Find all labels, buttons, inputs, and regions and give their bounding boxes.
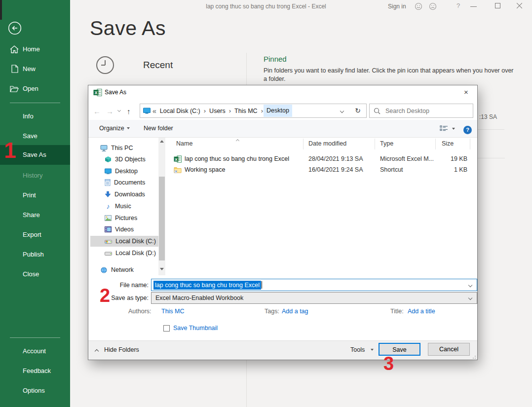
sidebar-item-print[interactable]: Print (23, 191, 36, 200)
annotation-step-3: 3 (383, 353, 394, 374)
breadcrumb-desktop[interactable]: Desktop (264, 105, 292, 117)
text-cursor (262, 281, 262, 289)
add-title-link[interactable]: Add a title (408, 308, 435, 315)
dialog-toolbar: Organize New folder (88, 120, 477, 138)
collapse-chevron-icon (95, 347, 98, 354)
sidebar-item-feedback[interactable]: Feedback (23, 367, 51, 375)
breadcrumb-local-disk-c[interactable]: Local Disk (C:) (157, 108, 203, 114)
tree-item-documents[interactable]: Documents (105, 177, 145, 188)
title-label: Title: (390, 308, 404, 315)
save-thumbnail-label[interactable]: Save Thumbnail (173, 325, 218, 332)
refresh-button[interactable]: ↻ (349, 104, 367, 118)
sidebar-item-share[interactable]: Share (23, 211, 40, 220)
scrollbar-thumb[interactable] (159, 177, 165, 260)
sign-in-link[interactable]: Sign in (388, 3, 406, 10)
resize-grip[interactable] (471, 354, 476, 359)
tree-item-local-disk-c[interactable]: Local Disk (C:) (105, 236, 156, 247)
column-header-name[interactable]: Name (166, 139, 304, 149)
dialog-close-button[interactable]: × (455, 85, 477, 100)
nav-back-icon[interactable]: ← (93, 107, 101, 115)
authors-value[interactable]: This MC (161, 308, 185, 315)
tree-item-pictures[interactable]: Pictures (105, 213, 137, 223)
breadcrumb-overflow-icon[interactable]: « (152, 107, 157, 115)
organize-button[interactable]: Organize (99, 125, 130, 132)
pinned-description: Pin folders you want to easily find late… (264, 67, 514, 74)
save-thumbnail-checkbox[interactable] (163, 325, 170, 332)
new-document-icon (11, 65, 18, 75)
file-date: 16/04/2021 9:24 SA (304, 166, 375, 173)
maximize-button[interactable] (495, 3, 500, 8)
window-edge (0, 0, 2, 20)
tree-item-downloads[interactable]: Downloads (105, 189, 145, 200)
tree-scrollbar[interactable] (158, 138, 165, 275)
cancel-button[interactable]: Cancel (428, 343, 470, 356)
sidebar-item-home[interactable]: Home (23, 45, 40, 54)
sidebar-item-export[interactable]: Export (23, 230, 41, 239)
file-name: Working space (185, 166, 225, 173)
column-header-type[interactable]: Type (375, 139, 436, 149)
excel-file-icon: X (174, 155, 182, 163)
breadcrumb-dropdown-icon[interactable] (340, 109, 344, 112)
home-icon (10, 45, 19, 55)
add-tag-link[interactable]: Add a tag (282, 308, 308, 315)
sidebar-item-new[interactable]: New (23, 65, 36, 74)
hide-folders-button[interactable]: Hide Folders (104, 346, 139, 353)
search-icon (374, 108, 380, 114)
minimize-button[interactable] (470, 6, 477, 7)
tree-item-network[interactable]: Network (100, 264, 134, 275)
back-button[interactable] (8, 21, 22, 37)
save-as-type-value: Excel Macro-Enabled Workbook (155, 295, 243, 301)
scroll-up-icon[interactable] (160, 140, 164, 143)
dialog-help-button[interactable]: ? (463, 126, 472, 134)
new-folder-button[interactable]: New folder (144, 125, 173, 132)
views-button[interactable] (440, 125, 455, 134)
sidebar-item-save[interactable]: Save (23, 132, 38, 141)
sidebar-item-publish[interactable]: Publish (23, 250, 44, 259)
nav-forward-icon[interactable]: → (106, 107, 114, 115)
scroll-down-icon[interactable] (160, 268, 164, 270)
file-date: 28/04/2021 9:13 SA (304, 155, 375, 162)
nav-up-icon[interactable]: ↑ (127, 107, 131, 115)
save-as-type-label: Save as type: (88, 295, 149, 301)
type-dropdown-icon[interactable] (468, 296, 472, 300)
tree-item-videos[interactable]: Videos (105, 224, 134, 235)
sidebar-divider (10, 103, 60, 103)
file-name-dropdown-icon[interactable] (468, 283, 472, 287)
search-box[interactable] (369, 104, 473, 118)
tools-button[interactable]: Tools (350, 346, 374, 353)
backstage-sidebar: Home New Open Info Save Save As History … (0, 0, 70, 407)
smiley-sad-icon[interactable] (429, 2, 437, 12)
sidebar-item-account[interactable]: Account (23, 347, 46, 356)
nav-history-chevron-icon[interactable] (117, 109, 121, 112)
file-name-value: lap cong thuc so bang chu trong Excel (153, 281, 261, 290)
dropdown-arrow-icon (452, 128, 455, 130)
tree-item-local-disk-d[interactable]: Local Disk (D:) (105, 248, 156, 259)
file-row[interactable]: X lap cong thuc so bang chu trong Excel … (166, 153, 477, 164)
file-row[interactable]: Working space 16/04/2021 9:24 SA Shortcu… (166, 164, 477, 175)
help-icon[interactable]: ? (456, 2, 460, 9)
file-name-input[interactable]: lap cong thuc so bang chu trong Excel (151, 279, 477, 291)
tree-item-music[interactable]: ♪ Music (105, 201, 131, 212)
recent-tab[interactable]: Recent (143, 60, 173, 71)
tree-item-this-pc[interactable]: This PC (100, 143, 133, 153)
sidebar-item-open[interactable]: Open (23, 84, 38, 93)
column-header-size[interactable]: Size (436, 139, 470, 149)
tree-item-desktop[interactable]: Desktop (105, 166, 138, 177)
file-list-header: Name Date modified Type Size (166, 139, 477, 149)
tree-item-3d-objects[interactable]: 3D Objects (105, 154, 146, 165)
breadcrumb-this-mc[interactable]: This MC (231, 108, 261, 114)
smiley-happy-icon[interactable] (415, 2, 422, 12)
tags-label: Tags: (265, 308, 279, 315)
search-input[interactable] (384, 107, 469, 115)
sidebar-item-options[interactable]: Options (23, 386, 45, 395)
sidebar-item-close[interactable]: Close (23, 270, 39, 279)
file-type: Shortcut (375, 166, 436, 173)
save-as-type-select[interactable]: Excel Macro-Enabled Workbook (151, 292, 477, 304)
breadcrumb-users[interactable]: Users (206, 108, 228, 114)
clock-icon (96, 56, 114, 76)
close-window-button[interactable] (516, 2, 523, 9)
sidebar-item-info[interactable]: Info (23, 112, 34, 121)
address-bar[interactable]: « Local Disk (C:) › Users › This MC › De… (140, 104, 350, 118)
column-header-date-modified[interactable]: Date modified (304, 139, 375, 149)
sidebar-divider (10, 337, 60, 338)
